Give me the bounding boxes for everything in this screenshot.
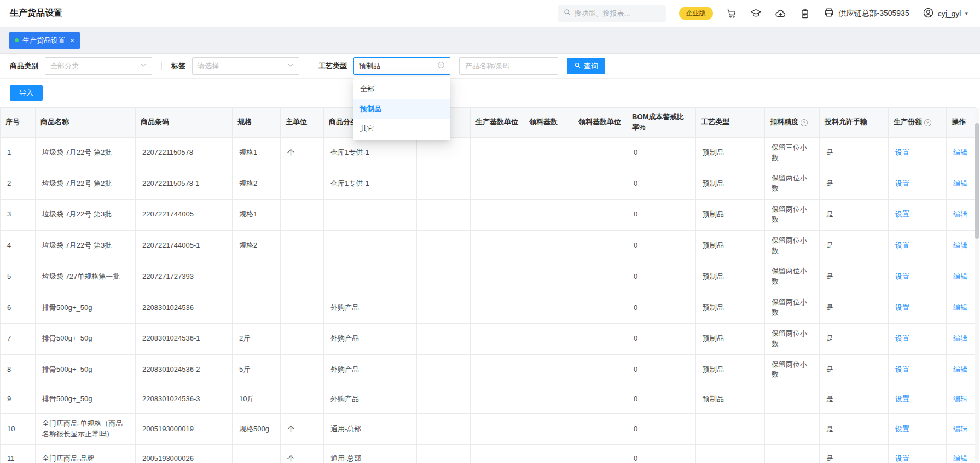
share-settings-link[interactable]: 设置 [895,425,909,433]
table-cell: 编辑 [947,261,976,292]
table-cell [573,323,627,354]
table-cell: 2207271727393 [136,261,233,292]
process-type-filter-label: 工艺类型 [318,61,347,71]
table-cell: 10 [1,414,36,445]
tag-select[interactable]: 请选择 [192,57,299,75]
share-settings-link[interactable]: 设置 [895,303,909,312]
table-cell: 2 [1,168,36,200]
table-cell: 预制品 [696,385,765,414]
dropdown-option[interactable]: 全部 [353,79,450,99]
clipboard-icon[interactable] [799,8,810,19]
edit-link[interactable]: 编辑 [953,148,967,156]
table-cell: 2207221744005-1 [136,230,233,261]
query-button[interactable]: 查询 [567,58,605,74]
share-settings-link[interactable]: 设置 [895,148,909,156]
cart-icon[interactable] [726,8,737,19]
help-icon[interactable]: ? [801,119,808,126]
table-cell: 排骨500g+_50g [36,354,136,385]
cloud-download-icon[interactable] [775,8,786,19]
table-cell [233,444,281,463]
edit-link[interactable]: 编辑 [953,210,967,218]
table-cell: 编辑 [947,292,976,324]
dropdown-option[interactable]: 其它 [353,119,450,138]
table-cell: 编辑 [947,385,976,414]
table-cell [696,414,765,445]
edit-link[interactable]: 编辑 [953,425,967,433]
table-cell [573,444,627,463]
table-cell: 预制品 [696,137,765,168]
edit-link[interactable]: 编辑 [953,179,967,187]
search-icon [563,8,571,19]
table-cell: 保留两位小数 [765,230,820,261]
share-settings-link[interactable]: 设置 [895,454,909,462]
edit-link[interactable]: 编辑 [953,395,967,403]
table-cell: 3 [1,200,36,231]
share-settings-link[interactable]: 设置 [895,272,909,280]
query-button-label: 查询 [584,61,598,71]
table-cell: 设置 [889,230,947,261]
global-search[interactable] [558,5,666,22]
table-cell: 0 [627,444,696,463]
tab-bar: 生产货品设置 × [0,27,980,54]
global-search-input[interactable] [575,9,659,17]
tab-production-goods-settings[interactable]: 生产货品设置 × [9,32,80,49]
vertical-scrollbar-thumb[interactable] [975,123,979,239]
help-icon[interactable]: ? [924,119,931,126]
search-icon [574,62,581,71]
vertical-scrollbar-track [975,108,979,462]
table-cell: 外购产品 [324,385,417,414]
table-cell: 外购产品 [324,292,417,324]
edit-link[interactable]: 编辑 [953,365,967,373]
share-settings-link[interactable]: 设置 [895,395,909,403]
table-cell: 编辑 [947,414,976,445]
share-settings-link[interactable]: 设置 [895,179,909,187]
table-cell [233,261,281,292]
table-cell [524,230,573,261]
edit-link[interactable]: 编辑 [953,334,967,342]
edit-link[interactable]: 编辑 [953,454,967,462]
share-settings-link[interactable]: 设置 [895,210,909,218]
clear-icon[interactable] [437,61,445,71]
org-selector[interactable]: 供应链总部-3505935 [824,7,909,20]
column-header: 操作 [947,108,976,138]
table-cell [417,200,471,231]
table-cell [524,168,573,200]
category-filter-label: 商品类别 [10,61,38,71]
column-header: 规格 [233,108,281,138]
share-settings-link[interactable]: 设置 [895,334,909,342]
table-cell: 个 [281,414,324,445]
table-cell: 0 [627,292,696,324]
share-settings-link[interactable]: 设置 [895,241,909,249]
table-cell: 排骨500g+_50g [36,323,136,354]
graduation-cap-icon[interactable] [750,8,762,19]
category-select[interactable]: 全部分类 [45,57,152,75]
table-cell: 设置 [889,444,947,463]
enterprise-version-badge[interactable]: 企业版 [679,7,713,20]
column-header: 领料基数 [524,108,573,138]
process-type-select[interactable]: 预制品 [353,57,450,75]
column-header: 商品名称 [36,108,136,138]
table-cell: 预制品 [696,168,765,200]
table-cell [417,137,471,168]
edit-link[interactable]: 编辑 [953,241,967,249]
column-header: BOM成本警戒比率% [627,108,696,138]
table-cell: 2208301024536-2 [136,354,233,385]
table-row: 1垃圾袋 7月22号 第2批2207221150578规格1个仓库1专供-10预… [1,137,976,168]
edit-link[interactable]: 编辑 [953,272,967,280]
table-cell [471,385,524,414]
tab-close-icon[interactable]: × [70,37,74,44]
edit-link[interactable]: 编辑 [953,303,967,312]
table-cell [471,292,524,324]
table-cell [281,200,324,231]
import-button[interactable]: 导入 [10,85,43,101]
table-cell: 预制品 [696,292,765,324]
table-cell [524,261,573,292]
product-search-input[interactable] [459,57,558,75]
share-settings-link[interactable]: 设置 [895,365,909,373]
table-cell [417,168,471,200]
table-cell [471,414,524,445]
table-cell: 外购产品 [324,354,417,385]
table-cell: 2208301024536-1 [136,323,233,354]
dropdown-option[interactable]: 预制品 [353,99,450,119]
user-menu[interactable]: cyj_gyl ▾ [923,7,968,20]
